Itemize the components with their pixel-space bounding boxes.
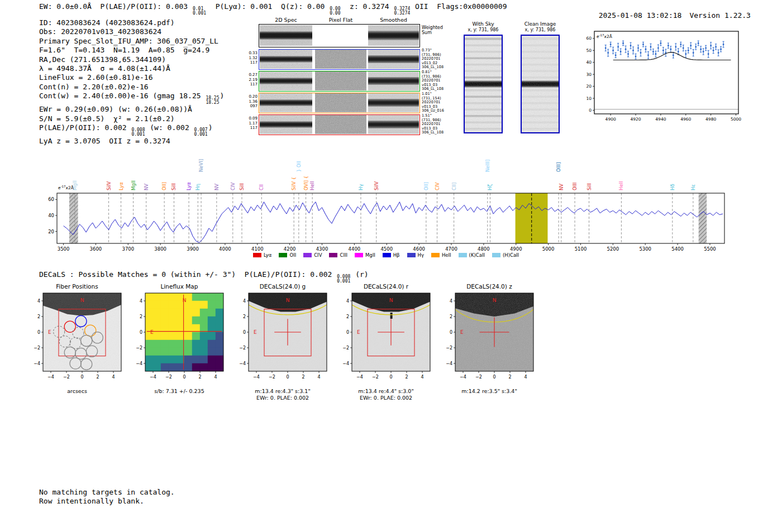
svg-text:−4: −4 [356,375,363,380]
svg-text:−4: −4 [460,375,466,380]
legend-label: Hγ [418,252,424,258]
svg-text:3600: 3600 [90,246,102,252]
svg-text:2: 2 [508,375,511,380]
legend-label: OII [289,252,296,258]
with-sky-coords: x, y: 731, 986 [462,27,504,33]
svg-text:4900: 4900 [510,246,522,252]
info-line: λ = 4948.37Å σ = 4.08(±1.44)Å [39,64,224,73]
svg-text:N: N [80,298,84,303]
svg-text:−4: −4 [150,375,156,380]
svg-text:CII: CII [259,184,264,190]
note-line-1: No matching targets in catalog. [39,488,175,497]
svg-text:OIII: OIII [572,183,578,190]
legend-swatch [355,253,363,257]
svg-text:4: 4 [140,299,142,304]
info-line: ID: 4023083624 (4023083624.pdf) [39,18,224,27]
svg-text:2: 2 [346,314,349,319]
svg-text:4: 4 [450,299,452,304]
svg-text:−4: −4 [47,375,54,380]
svg-text:N: N [183,298,187,303]
legend-swatch [303,253,312,257]
svg-text:−4: −4 [446,361,452,366]
spec2d-column-title: 2D Spec [260,17,312,23]
fiber-row [259,114,420,135]
svg-text:−4: −4 [239,361,246,366]
cutout-caption-1: m:14.2 re:3.5" s:3.4" [436,388,542,394]
detection-info: ID: 4023083624 (4023083624.pdf)Obs: 2022… [39,18,224,146]
svg-text:−2: −2 [446,346,452,351]
fiber-row [259,49,420,70]
svg-text:Hζ: Hζ [487,184,493,190]
svg-text:OVI] {: OVI] { [303,176,309,190]
legend-swatch [253,253,261,257]
fiber-2dspec-image [260,71,312,93]
svg-text:5000: 5000 [542,246,555,252]
svg-text:4980: 4980 [705,117,716,122]
with-sky-stamp: With Sky x, y: 731, 986 [462,21,504,133]
line-fit-inset-chart: 0102030405060490049204940496049805000e-1… [581,28,744,131]
svg-text:4: 4 [214,375,217,380]
svg-text:0: 0 [243,330,246,335]
full-spectrum-chart: MgIISiIVLyαMgIINVOII]SiIILyαHηNeVI]NVCIV… [42,146,730,258]
fiber-2dspec [260,50,312,69]
svg-text:4: 4 [37,299,40,304]
legend-item: MgII [355,252,375,258]
clean-image-coords: x, y: 731, 986 [519,27,561,33]
cutout-image: NE−4−4−2−2002244 [436,291,541,388]
svg-text:5500: 5500 [704,246,716,252]
svg-text:20: 20 [586,84,592,89]
svg-text:5100: 5100 [575,246,587,252]
legend-label: Hβ [393,252,400,258]
svg-text:E: E [254,329,257,335]
svg-text:MgII: MgII [131,180,136,190]
svg-text:4: 4 [243,299,246,304]
spec2d-column-title: Pixel Flat [315,17,366,23]
svg-text:E: E [48,329,51,335]
cutout-title: DECaLS(24.0) z [436,283,542,290]
svg-text:0: 0 [80,375,83,380]
svg-text:2: 2 [140,314,142,319]
svg-text:HeII: HeII [309,181,315,190]
fiber-pixelflat [315,115,366,134]
svg-text:−4: −4 [253,375,260,380]
legend-label: CIII [340,252,347,258]
cutout-image: NE−4−4−2−2002244 [24,291,129,388]
version-label: Version 1.22.3 [689,11,751,20]
svg-text:E: E [460,329,464,335]
svg-text:4: 4 [524,375,527,380]
fiber-2dspec [260,71,312,90]
cutout-caption-1: arcsecs [24,388,130,394]
fiber-pixelflat-image [315,50,366,71]
svg-text:2: 2 [96,375,99,380]
svg-text:Lyα: Lyα [118,182,124,190]
svg-text:−4: −4 [136,361,142,366]
timestamp-version: 2025-01-08 13:02:18Version 1.22.3 [590,2,751,21]
fiber-2dspec [260,93,312,112]
svg-text:Lyα: Lyα [186,182,192,190]
fiber-smoothed [368,71,419,90]
legend-swatch [459,253,467,257]
spec2d-panel: 2D SpecPixel FlatSmoothedWeightedSum0.33… [247,17,449,145]
legend-item: (H)CaII [492,252,519,258]
stacked-uncertainty: 0.32740.3274 [394,7,410,16]
fiber-smoothed [368,93,419,112]
stacked-uncertainty: 18.2518.25 [206,96,219,105]
legend-item: Hβ [383,252,400,258]
fiber-2dspec-image [260,50,312,71]
cutout-image: NE−4−4−2−2002244 [230,291,335,388]
cutout-panel-lineflux: Lineflux MapNE−4−4−2−2002244s/b: 7.31 +/… [126,282,232,402]
svg-text:5200: 5200 [607,246,619,252]
svg-text:E: E [150,329,154,335]
info-line: Cont(w) = 2.40(±0.00)e-16 (gmag 18.25 18… [39,92,224,105]
stamp-image-svg [522,36,559,132]
cutout-title: DECaLS(24.0) r [333,283,439,290]
svg-text:4960: 4960 [680,117,691,122]
svg-text:Hδ: Hδ [670,184,675,190]
fiber-pixelflat-image [315,71,366,93]
cutout-panel-z: DECaLS(24.0) zNE−4−4−2−2002244m:14.2 re:… [436,282,542,402]
cutout-svg-lineflux: NE−4−4−2−2002244 [126,291,231,386]
fiber-smoothed-image [368,93,419,114]
info-line: LineFlux = 2.60(±0.81)e-16 [39,73,224,82]
svg-text:OII]: OII] [423,182,429,190]
cutout-svg-fibers: NE−4−4−2−2002244 [24,291,129,386]
